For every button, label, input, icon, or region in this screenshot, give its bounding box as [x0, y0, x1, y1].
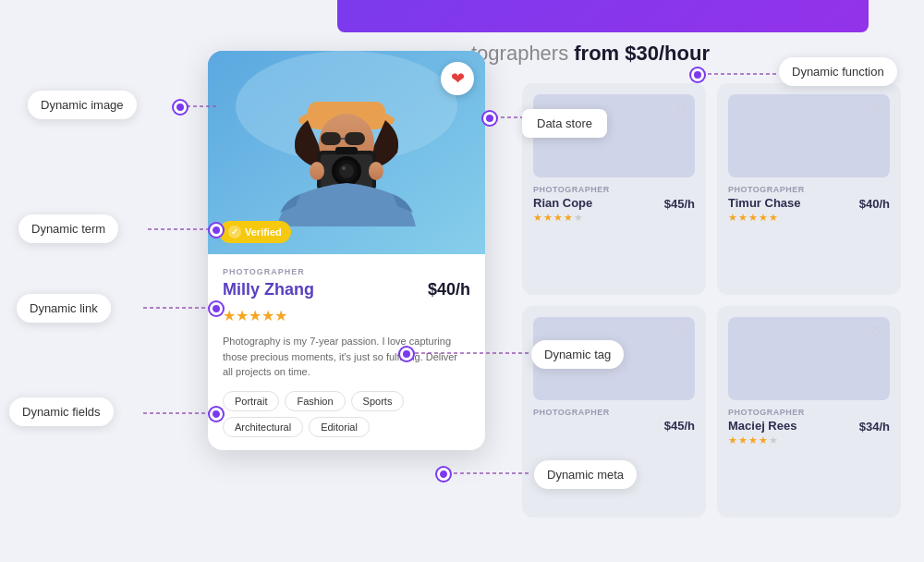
tag-fashion[interactable]: Fashion [285, 391, 345, 411]
name-price-3: $45/h [533, 419, 695, 433]
verified-badge: Verified [219, 221, 291, 243]
svg-point-21 [342, 166, 346, 170]
main-card-bio: Photography is my 7-year passion. I love… [223, 334, 470, 380]
annotation-dynamic-meta-text: Dynamic meta [547, 468, 624, 482]
svg-rect-22 [335, 147, 358, 154]
bg-card-maciej: ♡ PHOTOGRAPHER Maciej Rees $34/h ★★★★★ [717, 306, 901, 518]
annotation-dynamic-meta: Dynamic meta [534, 460, 637, 489]
card-label-3: PHOTOGRAPHER [533, 408, 695, 417]
dot-dynamic-image [174, 101, 187, 114]
main-card-label: PHOTOGRAPHER [223, 267, 470, 276]
card-name-1: Rian Cope [533, 196, 592, 210]
heart-icon: ❤ [451, 68, 465, 89]
annotation-dynamic-fields: Dynamic fields [9, 397, 114, 426]
dot-dynamic-link [210, 302, 223, 315]
dot-dynamic-fields [210, 408, 223, 421]
svg-point-23 [310, 162, 324, 180]
card-stars-1: ★★★★★ [533, 212, 695, 224]
background-card-grid: ♡ PHOTOGRAPHER Rian Cope $45/h ★★★★★ ♡ P… [513, 74, 910, 527]
name-price-4: Maciej Rees $34/h [728, 419, 890, 434]
annotation-dynamic-link: Dynamic link [17, 294, 111, 323]
dot-dynamic-function [691, 68, 704, 81]
svg-point-20 [339, 164, 354, 178]
card-stars-2: ★★★★★ [728, 212, 890, 224]
name-price-2: Timur Chase $40/h [728, 196, 890, 212]
dot-dynamic-term [210, 224, 223, 237]
annotation-dynamic-term-text: Dynamic term [31, 222, 105, 236]
card-label-2: PHOTOGRAPHER [728, 185, 890, 194]
annotation-dynamic-term: Dynamic term [18, 214, 118, 243]
header-text: tographers from $30/hour [471, 42, 710, 66]
svg-rect-13 [321, 132, 341, 145]
card-img-4: ♡ [728, 317, 890, 400]
svg-rect-14 [345, 132, 365, 145]
header-prefix: tographers [471, 42, 574, 65]
header-highlight: from $30/hour [574, 42, 710, 65]
main-card-name-price: Milly Zhang $40/h [223, 280, 470, 299]
heart-favorite-button[interactable]: ❤ [441, 62, 474, 95]
dot-dynamic-tag [400, 348, 413, 360]
card-name-2: Timur Chase [728, 196, 801, 210]
card-stars-4: ★★★★★ [728, 434, 890, 446]
main-card-name[interactable]: Milly Zhang [223, 280, 314, 299]
tag-portrait[interactable]: Portrait [223, 391, 279, 411]
annotation-dynamic-function-text: Dynamic function [792, 65, 884, 79]
dot-dynamic-meta [437, 468, 450, 481]
main-photographer-card: ❤ Verified PHOTOGRAPHER Milly Zhang $40/… [208, 51, 485, 450]
card-label-4: PHOTOGRAPHER [728, 408, 890, 417]
card-price-3: $45/h [664, 419, 695, 433]
heart-icon-2: ♡ [870, 102, 882, 116]
annotation-dynamic-image: Dynamic image [28, 91, 137, 119]
card-price-4: $34/h [859, 420, 890, 434]
bg-card-timur: ♡ PHOTOGRAPHER Timur Chase $40/h ★★★★★ [717, 83, 901, 295]
verified-text: Verified [245, 226, 282, 238]
annotation-dynamic-image-text: Dynamic image [41, 98, 124, 112]
annotation-dynamic-tag-text: Dynamic tag [544, 348, 611, 361]
data-store-text: Data store [537, 116, 592, 130]
heart-icon-4: ♡ [870, 324, 882, 339]
tag-architectural[interactable]: Architectural [223, 417, 303, 437]
tag-editorial[interactable]: Editorial [309, 417, 370, 437]
annotation-dynamic-fields-text: Dynamic fields [22, 405, 101, 419]
top-bar [337, 0, 869, 32]
name-price-1: Rian Cope $45/h [533, 196, 695, 212]
tag-sports[interactable]: Sports [351, 391, 405, 411]
main-card-body: PHOTOGRAPHER Milly Zhang $40/h ★★★★★ Pho… [208, 254, 485, 450]
card-price-2: $40/h [859, 197, 890, 211]
dot-data-store [483, 112, 496, 125]
card-price-1: $45/h [664, 197, 695, 211]
card-img-2: ♡ [728, 94, 890, 177]
heart-icon-3: ♡ [675, 324, 687, 339]
main-card-price: $40/h [428, 280, 470, 299]
main-card-image: ❤ Verified [208, 51, 485, 254]
card-name-4: Maciej Rees [728, 419, 796, 433]
data-store-tooltip: Data store [522, 109, 607, 138]
card-label-1: PHOTOGRAPHER [533, 185, 695, 194]
tags-container: Portrait Fashion Sports Architectural Ed… [223, 391, 470, 437]
annotation-dynamic-function: Dynamic function [779, 57, 897, 86]
heart-icon-1: ♡ [675, 102, 687, 116]
main-card-stars: ★★★★★ [223, 307, 470, 324]
svg-point-24 [369, 162, 383, 180]
annotation-dynamic-link-text: Dynamic link [30, 301, 98, 315]
annotation-dynamic-tag: Dynamic tag [531, 340, 624, 369]
